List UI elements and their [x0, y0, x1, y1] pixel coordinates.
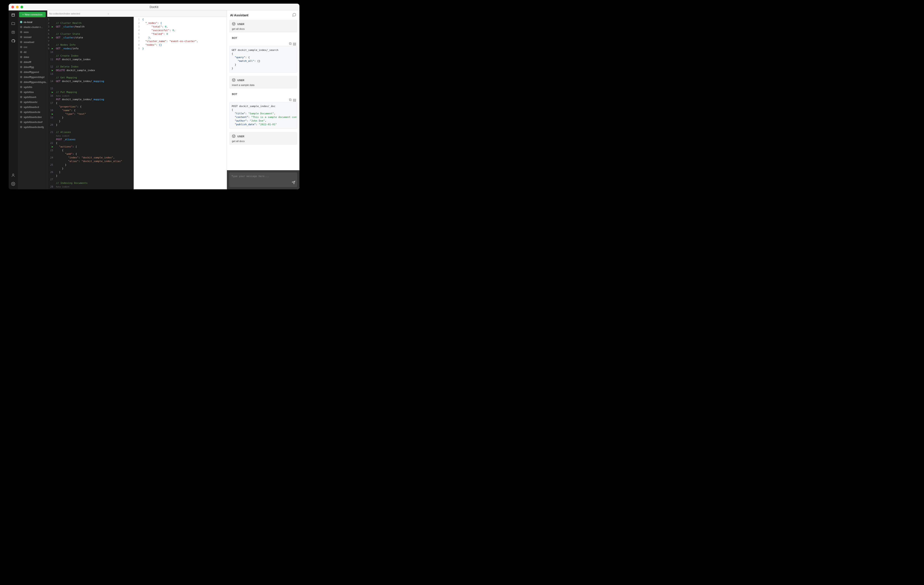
history-icon[interactable]: [11, 30, 15, 35]
connection-status-icon: [20, 106, 22, 108]
connection-item[interactable]: os-local: [18, 20, 47, 25]
svg-point-6: [13, 183, 14, 185]
new-connection-label: New connection: [25, 13, 43, 16]
user-message-text: insert a sample data: [232, 84, 294, 86]
copy-icon[interactable]: ⧉: [289, 41, 292, 46]
insert-icon[interactable]: ▤: [293, 41, 296, 46]
connection-item[interactable]: sgdsfdsavbcdeefg: [18, 125, 47, 130]
send-icon[interactable]: [292, 181, 295, 185]
minimize-window-button[interactable]: [16, 6, 19, 8]
connection-item[interactable]: sgdsfdsavb: [18, 94, 47, 99]
connection-item[interactable]: ddeefffggareddsgd: [18, 74, 47, 79]
connection-item[interactable]: sssadsad: [18, 40, 47, 44]
connection-item[interactable]: ddeefffgg: [18, 64, 47, 69]
connection-item[interactable]: ccc: [18, 44, 47, 49]
user-icon[interactable]: [11, 173, 15, 178]
connection-label: dd: [24, 51, 26, 53]
assistant-input[interactable]: [229, 173, 297, 186]
connections-icon[interactable]: [11, 13, 15, 17]
user-icon: [232, 78, 236, 82]
connection-item[interactable]: sgdsfdsa: [18, 89, 47, 94]
connection-label: os-local: [24, 21, 32, 23]
connection-item[interactable]: ddeefffggared: [18, 69, 47, 74]
user-label: USER: [238, 135, 244, 138]
connection-label: ddeefffggareddsgd: [24, 76, 45, 78]
connection-status-icon: [20, 116, 22, 118]
connection-item[interactable]: ssssad: [18, 35, 47, 40]
maximize-window-button[interactable]: [20, 6, 23, 8]
collection-select[interactable]: No collection/index selected ⌄: [49, 12, 109, 15]
connection-label: ssssad: [24, 36, 31, 38]
connection-label: elastic-cluster-t...: [24, 26, 43, 28]
request-editor[interactable]: 1 2 3 ▶4 5 6 ▶7 8 9 ▶10 11 12 ▶13 14 15 …: [47, 17, 134, 190]
close-window-button[interactable]: [12, 6, 14, 8]
connection-label: ssss: [24, 31, 29, 33]
app-title: DocKit: [150, 5, 158, 9]
connection-item[interactable]: sgdsfdsavbc: [18, 99, 47, 105]
user-message: USERget all docs: [229, 20, 297, 33]
connection-item[interactable]: ssss: [18, 30, 47, 35]
user-label: USER: [238, 79, 244, 82]
connection-label: ddeefff: [24, 61, 31, 63]
connection-item[interactable]: sgdsfdsavbcde: [18, 110, 47, 115]
connection-status-icon: [20, 46, 22, 48]
svg-point-24: [233, 136, 233, 136]
connection-item[interactable]: sgdsfdsavbcd: [18, 105, 47, 110]
connection-label: ddee: [24, 56, 29, 58]
connection-item[interactable]: dd: [18, 49, 47, 54]
connection-label: sgdsfdsavbcde: [24, 111, 40, 114]
connection-status-icon: [20, 96, 22, 98]
github-icon[interactable]: [11, 39, 15, 43]
settings-icon[interactable]: [11, 181, 15, 186]
assistant-messages: USERget all docsBOT⧉▤GET dockit_sample_i…: [227, 20, 299, 170]
connection-item[interactable]: sgdsfds: [18, 84, 47, 89]
svg-point-9: [234, 23, 234, 24]
bot-code-block[interactable]: GET dockit_sample_index/_search { "query…: [229, 46, 297, 73]
connection-item[interactable]: elastic-cluster-t...: [18, 25, 47, 30]
activity-bar: [9, 10, 18, 190]
user-message: USERinsert a sample data: [229, 76, 297, 89]
connection-status-icon: [20, 101, 22, 103]
connection-status-icon: [20, 71, 22, 73]
folder-icon[interactable]: [11, 21, 15, 26]
bot-header: BOT: [229, 35, 297, 41]
connection-item[interactable]: ddeefff: [18, 59, 47, 64]
bot-label: BOT: [232, 93, 237, 96]
connection-label: ddeefffggareddsgda...: [24, 81, 47, 83]
connection-label: sgdsfdsavbcdeef: [24, 121, 43, 124]
app-window: DocKit: [9, 3, 299, 190]
connection-item[interactable]: ddeefffggareddsgda...: [18, 79, 47, 84]
connection-status-icon: [20, 81, 22, 83]
svg-point-15: [232, 78, 235, 81]
svg-rect-0: [12, 14, 15, 16]
traffic-lights: [12, 6, 23, 8]
connection-status-icon: [20, 86, 22, 88]
connection-item[interactable]: ddee: [18, 54, 47, 59]
connection-label: sgdsfdsavbcdeefg: [24, 126, 44, 129]
bot-code-block[interactable]: POST dockit_sample_index/_doc { "title":…: [229, 102, 297, 129]
ai-assistant-panel: AI Assistant USERget all docsBOT⧉▤GET do…: [227, 10, 299, 190]
connection-status-icon: [20, 111, 22, 113]
main-area: No collection/index selected ⌄ 1 2 3 ▶4 …: [47, 10, 227, 190]
chevron-down-icon: ⌄: [107, 12, 109, 15]
connection-item[interactable]: sgdsfdsavbcdeef: [18, 120, 47, 125]
assistant-input-area: [227, 170, 299, 190]
titlebar: DocKit: [9, 3, 299, 10]
connection-item[interactable]: sgdsfdsavbcdee: [18, 115, 47, 120]
svg-point-23: [232, 135, 235, 137]
connection-label: sgdsfdsavbcdee: [24, 116, 42, 119]
insert-icon[interactable]: ▤: [293, 98, 296, 102]
user-message-text: get all docs: [232, 28, 294, 30]
response-editor[interactable]: 123456789 { "_nodes": { "total": 0, "suc…: [134, 17, 227, 190]
chat-icon[interactable]: [292, 13, 296, 18]
plus-icon: +: [22, 13, 24, 16]
user-message: USERget all docs: [229, 132, 297, 145]
svg-point-17: [234, 79, 234, 80]
copy-icon[interactable]: ⧉: [289, 98, 292, 102]
bot-label: BOT: [232, 36, 237, 39]
connection-status-icon: [20, 76, 22, 78]
new-connection-button[interactable]: + New connection: [19, 12, 46, 17]
connection-status-icon: [20, 41, 22, 43]
connection-status-icon: [20, 36, 22, 38]
connection-label: sgdsfdsavbcd: [24, 105, 39, 109]
